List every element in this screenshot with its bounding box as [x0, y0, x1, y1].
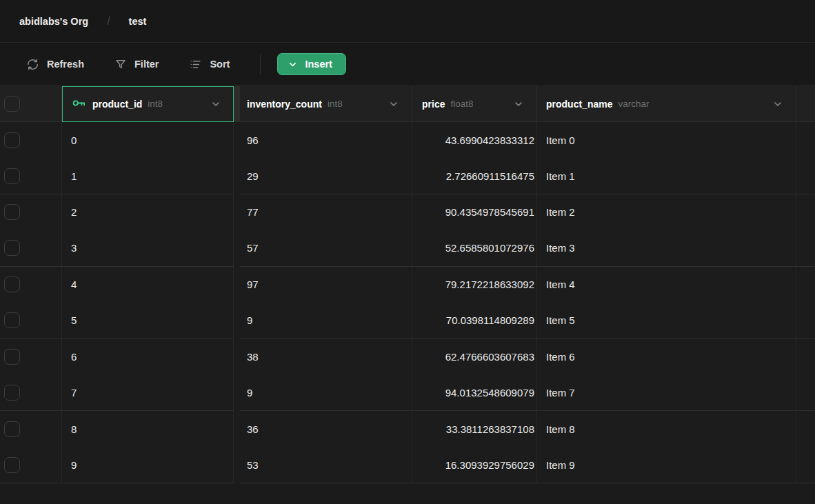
cell-product_name[interactable]: Item 0 [537, 122, 796, 158]
row-select-cell [0, 194, 62, 230]
cell-inventory_count[interactable]: 97 [240, 267, 412, 303]
sort-button[interactable]: Sort [189, 58, 230, 71]
sort-list-icon [189, 58, 202, 71]
cell-empty [796, 375, 815, 411]
cell-price[interactable]: 70.0398114809289 [412, 303, 537, 339]
cell-product_name[interactable]: Item 3 [537, 230, 796, 266]
breadcrumb-org[interactable]: abidlabs's Org [19, 16, 88, 27]
cell-product_id[interactable]: 1 [62, 158, 234, 194]
cell-product_name[interactable]: Item 4 [537, 267, 796, 303]
cell-price[interactable]: 90.4354978545691 [412, 194, 537, 230]
column-menu-chevron-icon[interactable] [513, 99, 524, 110]
column-type: float8 [450, 99, 473, 109]
cell-inventory_count[interactable]: 96 [240, 122, 412, 158]
cell-price[interactable]: 16.3093929756029 [412, 447, 537, 483]
cell-inventory_count[interactable]: 9 [240, 303, 412, 339]
column-header-inventory_count[interactable]: inventory_countint8 [240, 86, 412, 122]
column-name: product_name [546, 99, 612, 110]
cell-product_id[interactable]: 2 [62, 194, 234, 230]
cell-inventory_count[interactable]: 57 [240, 230, 412, 266]
refresh-icon [26, 58, 39, 71]
footer-bar [0, 483, 815, 504]
cell-product_id[interactable]: 0 [62, 122, 234, 158]
cell-inventory_count[interactable]: 9 [240, 375, 412, 411]
cell-empty [796, 230, 815, 266]
column-menu-chevron-icon[interactable] [772, 99, 783, 110]
row-select-checkbox[interactable] [4, 312, 20, 328]
column-menu-chevron-icon[interactable] [210, 99, 221, 110]
cell-price[interactable]: 79.2172218633092 [412, 267, 537, 303]
column-name: price [422, 99, 445, 110]
row-select-checkbox[interactable] [4, 385, 20, 401]
column-type: int8 [328, 99, 343, 109]
cell-product_name[interactable]: Item 1 [537, 158, 796, 194]
cell-product_id[interactable]: 9 [62, 447, 234, 483]
cell-price[interactable]: 2.72660911516475 [412, 158, 537, 194]
row-select-checkbox[interactable] [4, 349, 20, 365]
cell-product_id[interactable]: 5 [62, 303, 234, 339]
chevron-down-icon [288, 59, 298, 70]
refresh-label: Refresh [47, 59, 84, 70]
cell-product_name[interactable]: Item 5 [537, 303, 796, 339]
sort-label: Sort [210, 59, 230, 70]
cell-inventory_count[interactable]: 38 [240, 339, 412, 374]
cell-product_name[interactable]: Item 7 [537, 375, 796, 411]
cell-product_name[interactable]: Item 6 [537, 339, 796, 374]
select-all-cell [0, 86, 62, 122]
cell-price[interactable]: 43.6990423833312 [412, 122, 537, 158]
top-bar: abidlabs's Org / test [0, 0, 815, 43]
cell-product_id[interactable]: 4 [62, 267, 234, 303]
column-type: int8 [148, 99, 163, 109]
row-select-cell [0, 267, 62, 303]
cell-inventory_count[interactable]: 29 [240, 158, 412, 194]
cell-product_id[interactable]: 3 [62, 230, 234, 266]
row-select-checkbox[interactable] [4, 421, 20, 437]
cell-empty [796, 158, 815, 194]
cell-inventory_count[interactable]: 36 [240, 411, 412, 447]
cell-inventory_count[interactable]: 53 [240, 447, 412, 483]
cell-price[interactable]: 33.3811263837108 [412, 411, 537, 447]
funnel-icon [114, 58, 127, 70]
row-select-cell [0, 339, 62, 374]
row-select-checkbox[interactable] [4, 168, 20, 184]
row-select-checkbox[interactable] [4, 240, 20, 256]
column-header-product_name[interactable]: product_namevarchar [537, 86, 796, 122]
cell-price[interactable]: 94.0132548609079 [412, 375, 537, 411]
refresh-button[interactable]: Refresh [26, 58, 84, 71]
breadcrumb-separator: / [107, 15, 110, 28]
cell-empty [796, 267, 815, 303]
row-select-cell [0, 375, 62, 411]
row-select-checkbox[interactable] [4, 204, 20, 220]
cell-product_name[interactable]: Item 8 [537, 411, 796, 447]
key-icon [71, 95, 87, 113]
cell-product_id[interactable]: 7 [62, 375, 234, 411]
column-type: varchar [618, 99, 649, 109]
cell-empty [796, 411, 815, 447]
cell-product_name[interactable]: Item 9 [537, 447, 796, 483]
cell-empty [796, 194, 815, 230]
select-all-checkbox[interactable] [4, 96, 20, 112]
cell-product_id[interactable]: 6 [62, 339, 234, 374]
cell-price[interactable]: 62.4766603607683 [412, 339, 537, 374]
cell-product_name[interactable]: Item 2 [537, 194, 796, 230]
column-header-price[interactable]: pricefloat8 [412, 86, 537, 122]
column-header-empty [796, 86, 815, 122]
row-select-checkbox[interactable] [4, 276, 20, 292]
row-select-cell [0, 122, 62, 158]
row-select-cell [0, 158, 62, 194]
cell-product_id[interactable]: 8 [62, 411, 234, 447]
cell-inventory_count[interactable]: 77 [240, 194, 412, 230]
cell-empty [796, 447, 815, 483]
row-select-checkbox[interactable] [4, 457, 20, 473]
column-header-product_id[interactable]: product_idint8 [62, 86, 234, 122]
toolbar: Refresh Filter Sort Insert [0, 43, 815, 86]
column-menu-chevron-icon[interactable] [388, 99, 399, 110]
insert-label: Insert [305, 59, 332, 70]
row-select-cell [0, 303, 62, 339]
cell-price[interactable]: 52.6585801072976 [412, 230, 537, 266]
row-select-cell [0, 230, 62, 266]
row-select-checkbox[interactable] [4, 132, 20, 148]
insert-button[interactable]: Insert [277, 53, 346, 75]
filter-button[interactable]: Filter [114, 58, 159, 70]
breadcrumb-table[interactable]: test [129, 16, 147, 27]
